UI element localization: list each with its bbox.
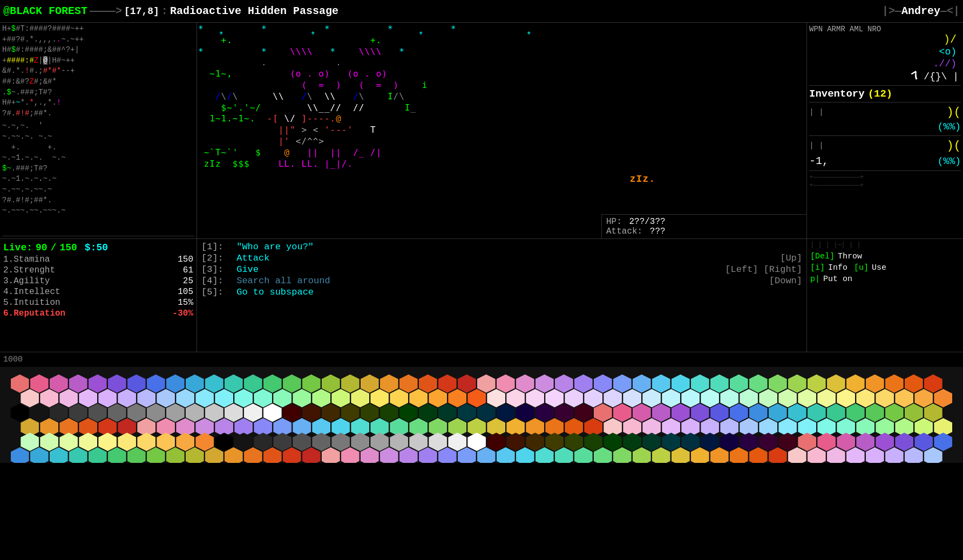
title-label: Radioactive Hidden Passage xyxy=(170,5,338,17)
color-swatch[interactable] xyxy=(885,447,904,463)
aml-label: AML xyxy=(850,25,863,33)
color-swatch[interactable] xyxy=(516,447,534,463)
reputation-row: 6.Reputation -30% xyxy=(3,308,193,319)
stats-panel: Live: 90 / 150 $:50 1.Stamina 150 2.Stre… xyxy=(0,239,197,352)
color-swatch[interactable] xyxy=(30,447,49,463)
color-swatch[interactable] xyxy=(905,447,923,463)
color-swatch[interactable] xyxy=(497,447,515,463)
color-swatch[interactable] xyxy=(924,447,942,463)
color-swatch[interactable] xyxy=(574,447,593,463)
color-swatch[interactable] xyxy=(613,447,632,463)
color-swatch[interactable] xyxy=(749,447,768,463)
color-swatch[interactable] xyxy=(594,447,612,463)
color-palette xyxy=(0,367,963,463)
sep-line-2: +———————————+ xyxy=(809,181,961,189)
color-swatch[interactable] xyxy=(710,447,729,463)
color-swatch[interactable] xyxy=(11,447,29,463)
color-swatch[interactable] xyxy=(866,447,884,463)
color-swatch[interactable] xyxy=(788,447,806,463)
map-line-11: ~.~~.~. ~.~ xyxy=(2,132,194,142)
menu-item-5[interactable]: [5]: Go to subspace xyxy=(201,286,802,298)
menu-item-1[interactable]: [1]: "Who are you?" xyxy=(201,241,802,252)
map-symbols-area: H+$#T:####?####~++ +##?#.*.,,,..~.~++ H#… xyxy=(2,24,194,235)
inv-item-3: .//) xyxy=(809,58,961,70)
color-swatch[interactable] xyxy=(399,447,418,463)
color-swatch[interactable] xyxy=(147,447,165,463)
color-swatch[interactable] xyxy=(652,447,670,463)
menu-text-4: Search all around xyxy=(226,276,330,286)
color-swatch[interactable] xyxy=(302,447,321,463)
map-line-4: +####:#Z|@|H#~++ xyxy=(2,56,194,66)
color-swatch[interactable] xyxy=(166,447,185,463)
color-swatch[interactable] xyxy=(438,447,457,463)
color-swatch[interactable] xyxy=(205,447,223,463)
left-panel: H+$#T:####?####~++ +##?#.*.,,,..~.~++ H#… xyxy=(0,23,197,238)
menu-text-1: "Who are you?" xyxy=(226,242,314,252)
color-swatch[interactable] xyxy=(380,447,398,463)
color-swatch[interactable] xyxy=(535,447,554,463)
i-u-row: [i] Info [u] Use xyxy=(810,262,960,274)
color-swatch[interactable] xyxy=(69,447,87,463)
color-swatch[interactable] xyxy=(672,447,690,463)
key-del-label: [Del] xyxy=(810,252,835,261)
color-swatch[interactable] xyxy=(477,447,496,463)
use-label: Use xyxy=(872,263,886,272)
color-swatch[interactable] xyxy=(730,447,748,463)
map-line-3: H#$#:####;&##^?+| xyxy=(2,45,194,56)
menu-item-2[interactable]: [2]: Attack [Up] xyxy=(201,252,802,264)
hex-container[interactable] xyxy=(10,374,953,461)
attack-label: Attack: xyxy=(606,227,642,236)
action-menu: [1]: "Who are you?" [2]: Attack [Up] [3]… xyxy=(197,239,806,352)
color-swatch[interactable] xyxy=(322,447,340,463)
status-value: 1000 xyxy=(3,355,23,364)
game-area: H+$#T:####?####~++ +##?#.*.,,,..~.~++ H#… xyxy=(0,23,963,238)
stamina-label: 1.Stamina xyxy=(3,255,50,264)
sep1: ————> xyxy=(90,5,122,17)
map-line-2: +##?#.*.,,,..~.~++ xyxy=(2,35,194,45)
color-swatch[interactable] xyxy=(186,447,204,463)
menu-item-4[interactable]: [4]: Search all around [Down] xyxy=(201,275,802,286)
agility-label: 3.Agility xyxy=(3,276,50,286)
color-swatch[interactable] xyxy=(555,447,573,463)
menu-num-2: [2]: xyxy=(201,253,223,263)
map-line-14: $~.###;T#? xyxy=(2,163,194,174)
money: $:50 xyxy=(85,242,108,253)
color-swatch[interactable] xyxy=(419,447,437,463)
color-swatch[interactable] xyxy=(769,447,787,463)
menu-item-3[interactable]: [3]: Give [Left] [Right] xyxy=(201,264,802,275)
color-swatch[interactable] xyxy=(341,447,360,463)
live-current: 90 xyxy=(36,242,48,253)
color-swatch[interactable] xyxy=(89,447,107,463)
menu-num-1: [1]: xyxy=(201,242,223,252)
map-ascii-art: * * * * * +. +. * * \\\\ * \\\\ * . . ~1… xyxy=(198,24,806,238)
color-swatch[interactable] xyxy=(244,447,262,463)
color-swatch[interactable] xyxy=(827,447,845,463)
color-swatch[interactable] xyxy=(633,447,651,463)
sep3: |>— xyxy=(882,5,901,17)
color-swatch[interactable] xyxy=(808,447,826,463)
strength-label: 2.Strenght xyxy=(3,265,55,275)
color-swatch[interactable] xyxy=(108,447,126,463)
key-u-label: [u] xyxy=(854,263,869,272)
color-swatch[interactable] xyxy=(691,447,709,463)
color-swatch[interactable] xyxy=(50,447,68,463)
intuition-value: 15% xyxy=(178,298,193,308)
wpn-label: WPN xyxy=(809,25,823,33)
key-up: [Up] xyxy=(780,253,802,263)
top-bar: @BLACK FOREST ————> [17,8] : Radioactive… xyxy=(0,0,963,23)
color-swatch[interactable] xyxy=(225,447,243,463)
coords-label: [17,8] xyxy=(124,6,159,17)
map-line-8: H#+~*.*,.,*.! xyxy=(2,98,194,108)
color-swatch[interactable] xyxy=(361,447,379,463)
hp-row: HP: 2??/3?? xyxy=(606,217,802,227)
color-swatch[interactable] xyxy=(458,447,476,463)
color-swatch[interactable] xyxy=(263,447,282,463)
menu-text-5: Go to subspace xyxy=(226,287,314,297)
key-i-label: [i] xyxy=(810,263,825,272)
key-p-label: p| xyxy=(810,275,820,284)
color-swatch[interactable] xyxy=(283,447,301,463)
color-swatch[interactable] xyxy=(846,447,865,463)
intellect-label: 4.Intellect xyxy=(3,287,60,297)
map-line-5: &#.*.!#.;#*#*--+ xyxy=(2,66,194,77)
color-swatch[interactable] xyxy=(127,447,146,463)
